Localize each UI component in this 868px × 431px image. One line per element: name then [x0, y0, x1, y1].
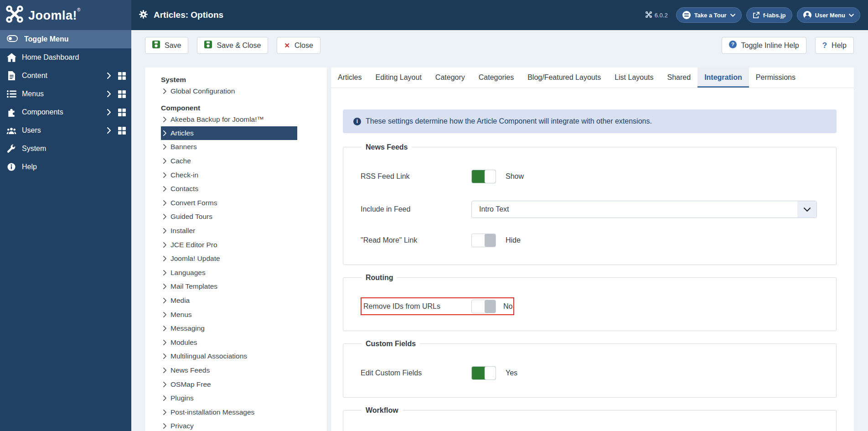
subnav-link-jce-editor-pro[interactable]: JCE Editor Pro [161, 238, 297, 252]
subnav-link-akeeba-backup-for-joomla[interactable]: Akeeba Backup for Joomla!™ [161, 113, 297, 127]
tab-editing-layout[interactable]: Editing Layout [368, 68, 428, 88]
field-label: "Read More" Link [361, 236, 471, 244]
chevron-right-icon [163, 353, 166, 359]
top-bar: Joomla!® Articles: Options 6.0.2 Take a … [0, 0, 868, 30]
subnav-link-mail-templates[interactable]: Mail Templates [161, 280, 297, 294]
chevron-right-icon [163, 382, 166, 387]
f-labs-jp-button[interactable]: f-labs.jp [746, 7, 792, 23]
fieldset-legend: Custom Fields [362, 340, 420, 348]
joomla-version-icon [646, 11, 652, 19]
user-menu-button[interactable]: User Menu [797, 7, 860, 23]
chevron-right-icon [107, 73, 111, 79]
info-alert: i These settings determine how the Artic… [343, 109, 837, 133]
chevron-right-icon [163, 172, 166, 178]
user-icon [803, 11, 811, 19]
sidebar-item-users[interactable]: Users [0, 121, 131, 140]
sidebar-item-system[interactable]: System [0, 140, 131, 158]
save-button[interactable]: Save [145, 37, 188, 54]
tab-category[interactable]: Category [429, 68, 472, 88]
tab-blog-featured-layouts[interactable]: Blog/Featured Layouts [521, 68, 608, 88]
chevron-right-icon [163, 88, 166, 94]
chevron-right-icon [163, 340, 166, 345]
info-alert-text: These settings determine how the Article… [366, 117, 652, 125]
chevron-down-icon [849, 14, 854, 17]
include-in-feed-select[interactable]: Intro Text [471, 201, 817, 218]
joomla-logo-icon [6, 5, 23, 25]
home-icon [6, 53, 16, 62]
toggle-menu-button[interactable]: Toggle Menu [0, 30, 131, 48]
close-button[interactable]: ✕Close [277, 37, 320, 54]
question-icon: ? [822, 41, 827, 50]
subnav-link-news-feeds[interactable]: News Feeds [161, 363, 297, 378]
field-label: RSS Feed Link [361, 172, 471, 181]
sidebar-item-home-dashboard[interactable]: Home Dashboard [0, 48, 131, 67]
subnav-link-global-configuration[interactable]: Global Configuration [161, 84, 297, 99]
subnav-link-plugins[interactable]: Plugins [161, 391, 297, 405]
grid-icon[interactable] [118, 90, 126, 98]
sidebar-item-components[interactable]: Components [0, 103, 131, 121]
subnav-link-guided-tours[interactable]: Guided Tours [161, 210, 297, 224]
list-icon [6, 90, 16, 98]
chevron-right-icon [163, 144, 166, 150]
tab-categories[interactable]: Categories [472, 68, 521, 88]
sidebar-item-menus[interactable]: Menus [0, 85, 131, 103]
subnav-heading-system: System [161, 75, 327, 84]
subnav-link-articles[interactable]: Articles [161, 126, 297, 140]
tab-integration[interactable]: Integration [698, 68, 749, 88]
edit-custom-fields-toggle[interactable] [471, 366, 496, 380]
fieldset-custom-fields: Custom FieldsEdit Custom FieldsYes [343, 343, 837, 398]
subnav-link-banners[interactable]: Banners [161, 140, 297, 154]
help-button[interactable]: ?Help [815, 37, 854, 54]
close-icon: ✕ [284, 42, 290, 50]
save-icon [204, 41, 212, 50]
sidebar-item-content[interactable]: Content [0, 67, 131, 85]
subnav-link-privacy[interactable]: Privacy [161, 419, 297, 431]
chevron-right-icon [163, 368, 166, 373]
subnav-link-post-installation-messages[interactable]: Post-installation Messages [161, 405, 297, 419]
chevron-right-icon [163, 200, 166, 206]
highlight-box: Remove IDs from URLsNo [361, 297, 514, 315]
subnav-link-multilingual-associations[interactable]: Multilingual Associations [161, 349, 297, 363]
field-row-edit-custom-fields: Edit Custom FieldsYes [361, 366, 819, 380]
help-circle-icon: ? [729, 41, 737, 50]
take-a-tour-button[interactable]: Take a Tour [676, 7, 742, 23]
sidebar-item-help[interactable]: Help [0, 158, 131, 176]
chevron-right-icon [163, 130, 166, 136]
subnav-link-check-in[interactable]: Check-in [161, 168, 297, 182]
fieldset-legend: Workflow [362, 406, 403, 415]
save-close-button[interactable]: Save & Close [197, 37, 268, 54]
subnav-link-modules[interactable]: Modules [161, 336, 297, 350]
read-more-link-toggle[interactable] [471, 234, 496, 247]
extlink-icon [753, 12, 760, 19]
info-icon [6, 163, 16, 171]
remove-ids-from-urls-toggle[interactable] [471, 300, 496, 313]
chevron-right-icon [163, 214, 166, 219]
subnav-link-contacts[interactable]: Contacts [161, 182, 297, 196]
toggle-inline-help-button[interactable]: ?Toggle Inline Help [722, 37, 806, 54]
toggle-state-label: Show [506, 172, 524, 181]
subnav-link-languages[interactable]: Languages [161, 266, 297, 280]
subnav-link-cache[interactable]: Cache [161, 154, 297, 168]
tab-shared[interactable]: Shared [661, 68, 698, 88]
tab-articles[interactable]: Articles [331, 68, 368, 88]
subnav-link-menus[interactable]: Menus [161, 307, 297, 322]
grid-icon[interactable] [118, 72, 126, 80]
tab-list-layouts[interactable]: List Layouts [608, 68, 660, 88]
subnav-link-installer[interactable]: Installer [161, 224, 297, 238]
subnav-link-media[interactable]: Media [161, 294, 297, 308]
rss-feed-link-toggle[interactable] [471, 170, 496, 183]
chevron-right-icon [163, 256, 166, 261]
subnav-link-joomla-update[interactable]: Joomla! Update [161, 252, 297, 266]
brand-text: Joomla!® [28, 7, 81, 23]
grid-icon[interactable] [118, 127, 126, 135]
chevron-right-icon [163, 423, 166, 429]
chevron-down-icon [797, 201, 816, 218]
tab-permissions[interactable]: Permissions [749, 68, 802, 88]
grid-icon[interactable] [118, 109, 126, 116]
subnav-link-osmap-free[interactable]: OSMap Free [161, 377, 297, 391]
chevron-right-icon [163, 270, 166, 275]
subnav-link-messaging[interactable]: Messaging [161, 322, 297, 336]
field-row-read-more-link: "Read More" LinkHide [361, 234, 819, 247]
subnav-link-convert-forms[interactable]: Convert Forms [161, 196, 297, 210]
options-subnav: SystemGlobal ConfigurationComponentAkeeb… [145, 68, 327, 431]
